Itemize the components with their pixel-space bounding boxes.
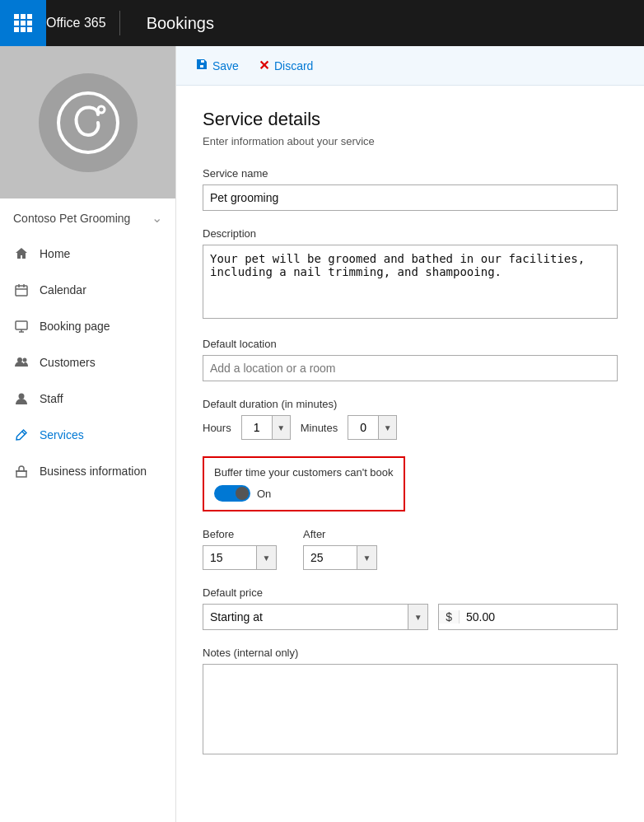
main-content: Save ✕ Discard Service details Enter inf…	[176, 46, 644, 822]
description-group: Description Your pet will be groomed and…	[203, 227, 618, 321]
notes-label: Notes (internal only)	[203, 647, 618, 659]
form-area: Service details Enter information about …	[176, 86, 644, 806]
sidebar-logo	[0, 46, 175, 198]
after-dropdown-arrow[interactable]: ▼	[357, 546, 376, 569]
sidebar-item-customers[interactable]: Customers	[0, 344, 175, 381]
sidebar-item-calendar[interactable]: Calendar	[0, 272, 175, 308]
sidebar-item-staff-label: Staff	[40, 392, 63, 405]
layout: Contoso Pet Grooming ⌄ Home Calendar B	[0, 46, 644, 822]
sidebar-item-home[interactable]: Home	[0, 236, 175, 272]
minutes-dropdown-arrow[interactable]: ▼	[378, 416, 396, 439]
price-dollar-sign: $	[439, 610, 460, 624]
before-label: Before	[203, 528, 277, 540]
minutes-select[interactable]: ▼	[348, 415, 397, 440]
buffer-toggle-label: On	[257, 488, 271, 500]
sidebar-item-home-label: Home	[40, 247, 70, 260]
sidebar-item-services-label: Services	[40, 428, 84, 441]
logo-icon	[55, 90, 121, 156]
waffle-icon	[14, 14, 32, 32]
monitor-icon	[13, 318, 30, 334]
default-location-label: Default location	[203, 338, 618, 350]
buffer-toggle[interactable]	[214, 485, 250, 502]
default-price-group: Default price Starting at ▼ $	[203, 586, 618, 630]
waffle-button[interactable]	[0, 0, 46, 46]
sidebar-item-business-info[interactable]: Business information	[0, 453, 175, 489]
sidebar-item-services[interactable]: Services	[0, 417, 175, 453]
notes-group: Notes (internal only)	[203, 647, 618, 757]
price-type-dropdown-arrow[interactable]: ▼	[408, 605, 427, 629]
hours-dropdown-arrow[interactable]: ▼	[272, 416, 290, 439]
toolbar: Save ✕ Discard	[176, 46, 644, 86]
svg-point-0	[58, 93, 118, 152]
top-bar-divider	[119, 11, 120, 35]
form-subtitle: Enter information about your service	[203, 135, 618, 147]
minutes-input[interactable]	[348, 416, 378, 439]
default-location-group: Default location	[203, 338, 618, 381]
sidebar-chevron-icon: ⌄	[152, 210, 162, 226]
svg-rect-13	[16, 471, 26, 477]
sidebar-title[interactable]: Contoso Pet Grooming ⌄	[0, 198, 175, 232]
svg-rect-2	[16, 286, 27, 296]
default-location-input[interactable]	[203, 355, 618, 381]
sidebar-item-customers-label: Customers	[40, 356, 96, 369]
discard-label: Discard	[274, 59, 313, 72]
form-title: Service details	[203, 109, 618, 130]
default-duration-label: Default duration (in minutes)	[203, 398, 618, 410]
sidebar-item-staff[interactable]: Staff	[0, 381, 175, 417]
buffer-title: Buffer time your customers can't book	[214, 466, 394, 479]
after-group: After 25 ▼	[303, 528, 377, 570]
before-value: 15	[203, 551, 256, 564]
price-row: Starting at ▼ $	[203, 604, 618, 630]
sidebar: Contoso Pet Grooming ⌄ Home Calendar B	[0, 46, 176, 822]
toggle-thumb	[236, 487, 249, 500]
service-name-label: Service name	[203, 167, 618, 180]
save-button[interactable]: Save	[196, 58, 239, 73]
hours-select[interactable]: ▼	[241, 415, 291, 440]
description-label: Description	[203, 227, 618, 240]
business-icon	[13, 463, 30, 479]
duration-row: Hours ▼ Minutes ▼	[203, 415, 618, 440]
sidebar-item-calendar-label: Calendar	[40, 283, 86, 297]
price-type-select[interactable]: Starting at ▼	[203, 604, 428, 630]
buffer-toggle-row: On	[214, 485, 394, 502]
minutes-label: Minutes	[301, 422, 338, 434]
hours-input[interactable]	[242, 416, 272, 439]
after-value: 25	[304, 551, 357, 564]
svg-point-1	[98, 106, 105, 113]
notes-input[interactable]	[203, 664, 618, 754]
services-icon	[13, 427, 30, 443]
staff-icon	[13, 390, 30, 407]
app-label: Bookings	[147, 14, 214, 33]
after-select[interactable]: 25 ▼	[303, 545, 377, 570]
before-dropdown-arrow[interactable]: ▼	[256, 546, 276, 569]
business-name: Contoso Pet Grooming	[13, 212, 130, 225]
calendar-icon	[13, 282, 30, 298]
price-input[interactable]	[460, 610, 617, 624]
svg-point-11	[19, 394, 25, 399]
save-label: Save	[212, 59, 239, 72]
default-price-label: Default price	[203, 586, 618, 599]
svg-rect-6	[16, 321, 27, 329]
before-select[interactable]: 15 ▼	[203, 545, 277, 570]
customers-icon	[13, 354, 30, 371]
home-icon	[13, 245, 30, 262]
discard-button[interactable]: ✕ Discard	[259, 58, 313, 73]
before-after-row: Before 15 ▼ After 25 ▼	[203, 528, 618, 570]
description-input[interactable]: Your pet will be groomed and bathed in o…	[203, 245, 618, 319]
sidebar-item-booking-page[interactable]: Booking page	[0, 308, 175, 344]
default-duration-group: Default duration (in minutes) Hours ▼ Mi…	[203, 398, 618, 440]
service-name-group: Service name	[203, 167, 618, 211]
price-amount-field: $	[438, 604, 618, 630]
save-icon	[196, 58, 208, 73]
sidebar-item-business-info-label: Business information	[40, 465, 147, 478]
svg-point-10	[23, 358, 27, 362]
sidebar-nav: Home Calendar Booking page Customers	[0, 232, 175, 493]
top-bar: Office 365 Bookings	[0, 0, 644, 46]
service-name-input[interactable]	[203, 184, 618, 211]
office-label: Office 365	[46, 16, 106, 30]
sidebar-item-booking-page-label: Booking page	[40, 320, 110, 333]
after-label: After	[303, 528, 377, 540]
buffer-time-box: Buffer time your customers can't book On	[203, 456, 405, 511]
price-type-value: Starting at	[203, 610, 408, 624]
before-group: Before 15 ▼	[203, 528, 277, 570]
